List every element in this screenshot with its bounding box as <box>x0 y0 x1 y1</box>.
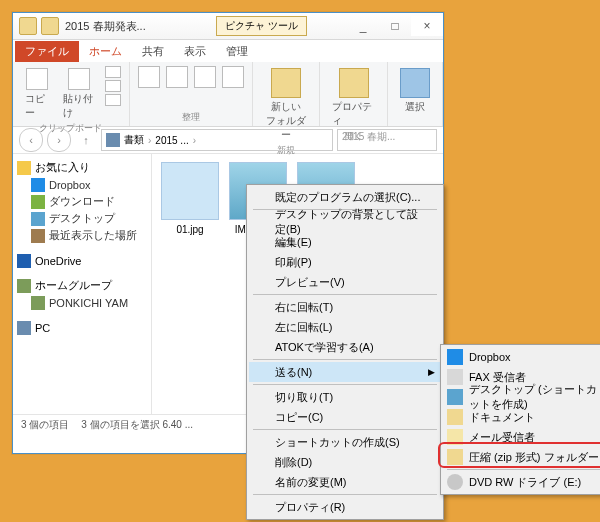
delete-icon[interactable] <box>194 66 216 88</box>
sidebar-onedrive[interactable]: OneDrive <box>17 254 147 268</box>
menu-send-to[interactable]: 送る(N)▶ <box>249 362 441 382</box>
menu-set-background[interactable]: デスクトップの背景として設定(B) <box>249 212 441 232</box>
disc-icon <box>447 474 463 490</box>
context-menu: 既定のプログラムの選択(C)... デスクトップの背景として設定(B) 編集(E… <box>246 184 444 520</box>
path-icon[interactable] <box>105 80 121 92</box>
menu-create-shortcut[interactable]: ショートカットの作成(S) <box>249 432 441 452</box>
fax-icon <box>447 369 463 385</box>
sidebar-item-user[interactable]: PONKICHI YAM <box>17 295 147 311</box>
sendto-dropbox[interactable]: Dropbox <box>443 347 600 367</box>
group-organize: 整理 <box>138 111 244 124</box>
pc-icon <box>17 321 31 335</box>
separator <box>447 469 600 470</box>
sidebar-item-dropbox[interactable]: Dropbox <box>17 177 147 193</box>
copy-icon <box>26 68 48 90</box>
contextual-tab[interactable]: ピクチャ ツール <box>216 16 307 36</box>
status-selection: 3 個の項目を選択 6.40 ... <box>81 418 193 432</box>
sidebar-pc[interactable]: PC <box>17 321 147 335</box>
move-icon[interactable] <box>138 66 160 88</box>
sendto-mail[interactable]: メール受信者 <box>443 427 600 447</box>
sidebar-homegroup[interactable]: ホームグループ <box>17 278 147 293</box>
separator <box>253 384 437 385</box>
menu-rotate-left[interactable]: 左に回転(L) <box>249 317 441 337</box>
menu-rename[interactable]: 名前の変更(M) <box>249 472 441 492</box>
tab-view[interactable]: 表示 <box>174 41 216 62</box>
minimize-button[interactable]: _ <box>347 16 379 36</box>
desktop-icon <box>447 389 463 405</box>
menu-preview[interactable]: プレビュー(V) <box>249 272 441 292</box>
sendto-dvd[interactable]: DVD RW ドライブ (E:) <box>443 472 600 492</box>
sendto-zip[interactable]: 圧縮 (zip 形式) フォルダー <box>443 447 600 467</box>
breadcrumb[interactable]: 書類› 2015 ...› <box>101 129 333 151</box>
cut-icon[interactable] <box>105 66 121 78</box>
crumb[interactable]: 書類 <box>124 133 144 147</box>
onedrive-icon <box>17 254 31 268</box>
separator <box>253 429 437 430</box>
menu-rotate-right[interactable]: 右に回転(T) <box>249 297 441 317</box>
zip-icon <box>447 449 463 465</box>
new-folder-icon <box>271 68 301 98</box>
separator <box>253 359 437 360</box>
menu-properties[interactable]: プロパティ(R) <box>249 497 441 517</box>
address-bar: ‹ › ↑ 書類› 2015 ...› 2015 春期... <box>13 127 443 154</box>
desktop-icon <box>31 212 45 226</box>
homegroup-icon <box>17 279 31 293</box>
properties-icon <box>339 68 369 98</box>
thumbnail <box>161 162 219 220</box>
sendto-documents[interactable]: ドキュメント <box>443 407 600 427</box>
sendto-desktop[interactable]: デスクトップ (ショートカットを作成) <box>443 387 600 407</box>
chevron-right-icon: ▶ <box>428 367 435 377</box>
back-button[interactable]: ‹ <box>19 128 43 152</box>
mail-icon <box>447 429 463 445</box>
menu-delete[interactable]: 削除(D) <box>249 452 441 472</box>
search-input[interactable]: 2015 春期... <box>337 129 437 151</box>
menu-atok[interactable]: ATOKで学習する(A) <box>249 337 441 357</box>
ribbon: コピー 貼り付け クリップボード 整理 新しい フォルダー 新規 プロパティ 開… <box>13 62 443 127</box>
menu-open-with[interactable]: 既定のプログラムの選択(C)... <box>249 187 441 207</box>
maximize-button[interactable]: □ <box>379 16 411 36</box>
crumb[interactable]: 2015 ... <box>155 135 188 146</box>
sidebar: お気に入り Dropbox ダウンロード デスクトップ 最近表示した場所 One… <box>13 154 152 414</box>
tab-file[interactable]: ファイル <box>15 41 79 62</box>
separator <box>253 294 437 295</box>
forward-button[interactable]: › <box>47 128 71 152</box>
folder-icon <box>447 409 463 425</box>
ribbon-tabs: ファイル ホーム 共有 表示 管理 <box>13 40 443 62</box>
download-icon <box>31 195 45 209</box>
sidebar-item-recent[interactable]: 最近表示した場所 <box>17 227 147 244</box>
submenu-send-to: Dropbox FAX 受信者 デスクトップ (ショートカットを作成) ドキュメ… <box>440 344 600 495</box>
status-count: 3 個の項目 <box>21 418 69 432</box>
tab-manage[interactable]: 管理 <box>216 41 258 62</box>
properties-button[interactable]: プロパティ <box>328 66 379 130</box>
folder-icon <box>19 17 37 35</box>
window-title: 2015 春期発表... <box>65 19 216 34</box>
shortcut-icon[interactable] <box>105 94 121 106</box>
paste-icon <box>68 68 90 90</box>
copy-button[interactable]: コピー <box>21 66 53 122</box>
dropbox-icon <box>447 349 463 365</box>
separator <box>253 494 437 495</box>
app-icon <box>41 17 59 35</box>
menu-cut[interactable]: 切り取り(T) <box>249 387 441 407</box>
sidebar-favorites[interactable]: お気に入り <box>17 160 147 175</box>
select-button[interactable]: 選択 <box>396 66 434 116</box>
menu-copy[interactable]: コピー(C) <box>249 407 441 427</box>
tab-home[interactable]: ホーム <box>79 41 132 62</box>
menu-edit[interactable]: 編集(E) <box>249 232 441 252</box>
sidebar-item-downloads[interactable]: ダウンロード <box>17 193 147 210</box>
paste-button[interactable]: 貼り付け <box>59 66 99 122</box>
tab-share[interactable]: 共有 <box>132 41 174 62</box>
select-icon <box>400 68 430 98</box>
close-button[interactable]: × <box>411 16 443 36</box>
user-icon <box>31 296 45 310</box>
dropbox-icon <box>31 178 45 192</box>
rename-icon[interactable] <box>222 66 244 88</box>
up-button[interactable]: ↑ <box>75 129 97 151</box>
star-icon <box>17 161 31 175</box>
copy-to-icon[interactable] <box>166 66 188 88</box>
sidebar-item-desktop[interactable]: デスクトップ <box>17 210 147 227</box>
file-item[interactable]: 01.jpg <box>160 162 220 235</box>
recent-icon <box>31 229 45 243</box>
titlebar: 2015 春期発表... ピクチャ ツール _ □ × <box>13 13 443 40</box>
menu-print[interactable]: 印刷(P) <box>249 252 441 272</box>
